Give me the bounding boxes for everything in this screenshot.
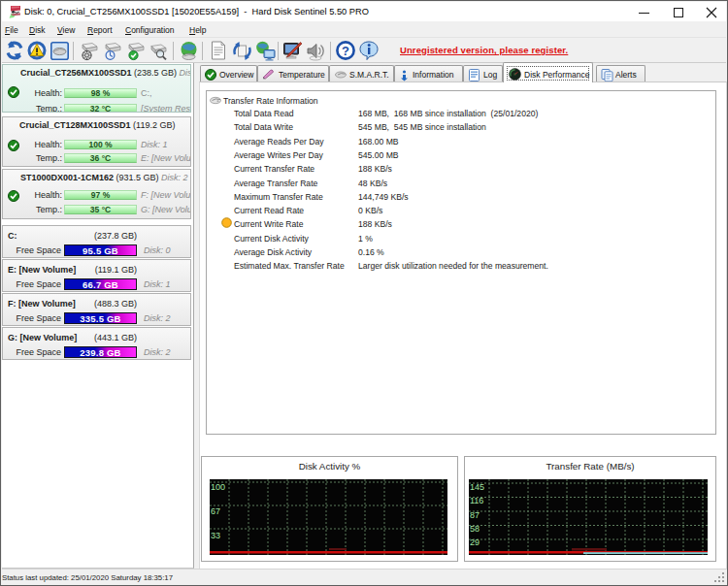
svg-text:116: 116 — [470, 496, 483, 505]
svg-text:145: 145 — [470, 482, 484, 492]
svg-text:67: 67 — [211, 506, 220, 516]
svg-text:87: 87 — [470, 510, 480, 520]
svg-text:100: 100 — [211, 482, 225, 492]
svg-text:33: 33 — [211, 531, 220, 540]
svg-text:?: ? — [342, 44, 349, 58]
svg-text:29: 29 — [470, 537, 480, 547]
svg-text:58: 58 — [470, 524, 480, 534]
